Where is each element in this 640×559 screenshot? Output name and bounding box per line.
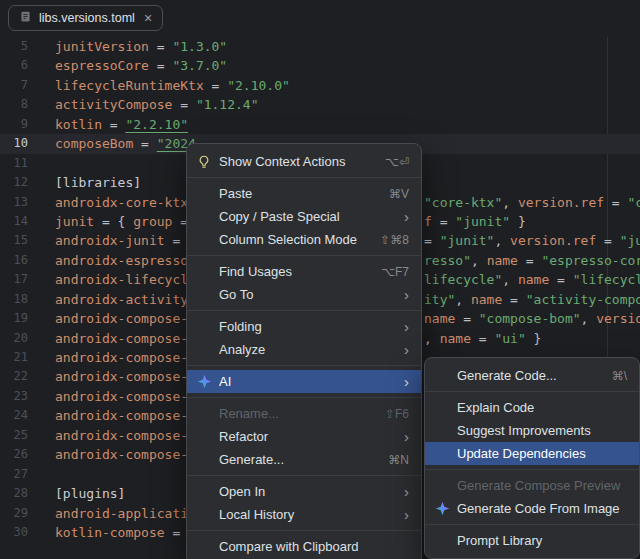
tab-libs-versions-toml[interactable]: libs.versions.toml × xyxy=(8,5,163,31)
context-menu-open-in[interactable]: Open In› xyxy=(187,480,421,503)
menu-item-label: Analyze xyxy=(219,342,397,357)
menu-item-label: Local History xyxy=(219,507,397,522)
menu-item-label: Refactor xyxy=(219,429,397,444)
menu-separator xyxy=(425,391,639,392)
menu-item-label: Rename... xyxy=(219,406,378,421)
ai-submenu-suggest-improvements[interactable]: Suggest Improvements xyxy=(425,419,639,442)
context-menu-copy-paste-special[interactable]: Copy / Paste Special› xyxy=(187,205,421,228)
editor-line-7[interactable]: 7lifecycleRuntimeKtx = "2.10.0" xyxy=(0,76,640,95)
context-menu-analyze[interactable]: Analyze› xyxy=(187,338,421,361)
line-number: 13 xyxy=(0,193,28,212)
shortcut-label: ⌘V xyxy=(389,187,409,201)
line-number: 10 xyxy=(0,134,28,153)
ai-submenu-generate-code[interactable]: Generate Code...⌘\ xyxy=(425,364,639,387)
ai-submenu-prompt-library[interactable]: Prompt Library xyxy=(425,529,639,552)
menu-separator xyxy=(187,310,421,311)
menu-item-label: Generate Code... xyxy=(457,368,605,383)
line-number: 24 xyxy=(0,406,28,425)
line-number: 14 xyxy=(0,212,28,231)
menu-item-label: Folding xyxy=(219,319,397,334)
chevron-right-icon: › xyxy=(404,342,409,357)
editor-line-8[interactable]: 8activityCompose = "1.12.4" xyxy=(0,95,640,114)
context-menu-paste[interactable]: Paste⌘V xyxy=(187,182,421,205)
menu-item-label: Open In xyxy=(219,484,397,499)
lightbulb-icon xyxy=(196,154,212,170)
menu-item-label: Generate Code From Image xyxy=(457,501,627,516)
chevron-right-icon: › xyxy=(404,319,409,334)
menu-item-label: Column Selection Mode xyxy=(219,232,373,247)
menu-separator xyxy=(425,524,639,525)
line-number: 21 xyxy=(0,348,28,367)
line-number: 27 xyxy=(0,465,28,484)
line-number: 12 xyxy=(0,173,28,192)
shortcut-label: ⌘N xyxy=(388,453,409,467)
editor-tab-bar: libs.versions.toml × xyxy=(0,0,640,36)
line-number: 6 xyxy=(0,56,28,75)
shortcut-label: ⇧⌘8 xyxy=(380,233,409,247)
line-number: 16 xyxy=(0,251,28,270)
context-menu-folding[interactable]: Folding› xyxy=(187,315,421,338)
context-menu-rename: Rename...⇧F6 xyxy=(187,402,421,425)
shortcut-label: ⌥F7 xyxy=(381,265,409,279)
menu-item-label: AI xyxy=(219,374,397,389)
ai-submenu-generate-code-from-image[interactable]: Generate Code From Image xyxy=(425,497,639,520)
menu-item-label: Explain Code xyxy=(457,400,627,415)
context-menu-go-to[interactable]: Go To› xyxy=(187,283,421,306)
line-number: 5 xyxy=(0,37,28,56)
line-number: 18 xyxy=(0,290,28,309)
line-number: 25 xyxy=(0,426,28,445)
line-number: 30 xyxy=(0,523,28,542)
chevron-right-icon: › xyxy=(404,209,409,224)
context-menu-compare-with-clipboard[interactable]: Compare with Clipboard xyxy=(187,535,421,558)
menu-separator xyxy=(425,469,639,470)
menu-item-label: Paste xyxy=(219,186,382,201)
line-number: 17 xyxy=(0,270,28,289)
editor-line-9[interactable]: 9kotlin = "2.2.10" xyxy=(0,115,640,134)
shortcut-label: ⌥⏎ xyxy=(385,155,409,169)
context-menu-find-usages[interactable]: Find Usages⌥F7 xyxy=(187,260,421,283)
editor-line-5[interactable]: 5junitVersion = "1.3.0" xyxy=(0,37,640,56)
menu-separator xyxy=(187,397,421,398)
menu-separator xyxy=(187,530,421,531)
line-number: 26 xyxy=(0,445,28,464)
context-menu-show-context-actions[interactable]: Show Context Actions⌥⏎ xyxy=(187,150,421,173)
line-number: 29 xyxy=(0,504,28,523)
shortcut-label: ⌘\ xyxy=(612,369,627,383)
tab-title: libs.versions.toml xyxy=(39,11,135,25)
line-number: 28 xyxy=(0,484,28,503)
ai-sparkle-icon xyxy=(196,374,212,390)
menu-item-label: Generate Compose Preview xyxy=(457,478,627,493)
context-menu-column-selection-mode[interactable]: Column Selection Mode⇧⌘8 xyxy=(187,228,421,251)
line-number: 9 xyxy=(0,115,28,134)
line-number: 11 xyxy=(0,154,28,173)
chevron-right-icon: › xyxy=(404,374,409,389)
menu-separator xyxy=(187,255,421,256)
line-number: 23 xyxy=(0,387,28,406)
menu-item-label: Find Usages xyxy=(219,264,374,279)
line-number: 15 xyxy=(0,231,28,250)
menu-item-label: Show Context Actions xyxy=(219,154,378,169)
context-menu-refactor[interactable]: Refactor› xyxy=(187,425,421,448)
menu-item-label: Copy / Paste Special xyxy=(219,209,397,224)
close-icon[interactable]: × xyxy=(144,10,152,26)
context-menu-generate[interactable]: Generate...⌘N xyxy=(187,448,421,471)
context-menu-local-history[interactable]: Local History› xyxy=(187,503,421,526)
menu-item-label: Compare with Clipboard xyxy=(219,539,409,554)
ai-sparkle-icon xyxy=(434,501,450,517)
context-menu-ai[interactable]: AI› xyxy=(187,370,421,393)
chevron-right-icon: › xyxy=(404,484,409,499)
menu-separator xyxy=(187,475,421,476)
chevron-right-icon: › xyxy=(404,429,409,444)
menu-separator xyxy=(187,177,421,178)
line-number: 7 xyxy=(0,76,28,95)
line-number: 22 xyxy=(0,367,28,386)
editor-line-6[interactable]: 6espressoCore = "3.7.0" xyxy=(0,56,640,75)
chevron-right-icon: › xyxy=(404,287,409,302)
ide-window: libs.versions.toml × 5junitVersion = "1.… xyxy=(0,0,640,559)
editor-context-menu: Show Context Actions⌥⏎Paste⌘VCopy / Past… xyxy=(186,143,422,559)
ai-submenu-explain-code[interactable]: Explain Code xyxy=(425,396,639,419)
ai-submenu: Generate Code...⌘\Explain CodeSuggest Im… xyxy=(424,357,640,559)
line-number: 20 xyxy=(0,329,28,348)
ai-submenu-update-dependencies[interactable]: Update Dependencies xyxy=(425,442,639,465)
chevron-right-icon: › xyxy=(404,507,409,522)
